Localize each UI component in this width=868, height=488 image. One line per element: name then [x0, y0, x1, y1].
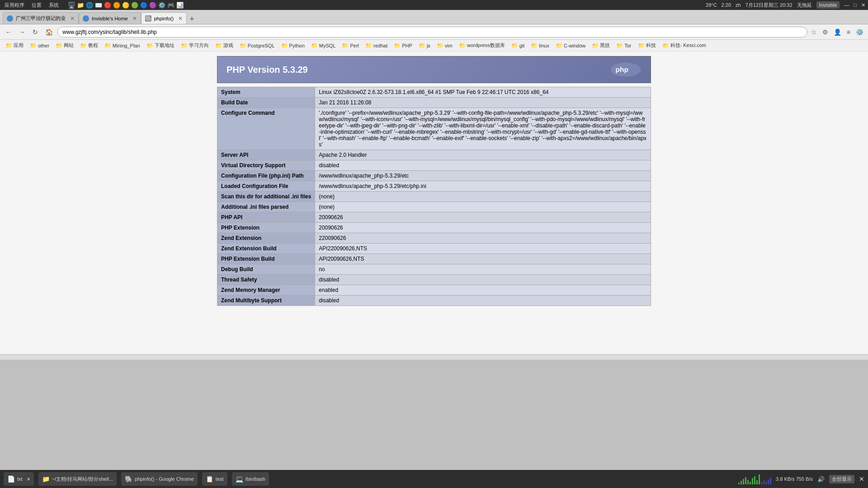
other-folder-icon: 📁	[30, 42, 37, 49]
app-icon-13[interactable]: 📊	[176, 2, 184, 9]
postgresql-folder-icon: 📁	[240, 42, 246, 49]
net-bar2-5	[770, 478, 771, 484]
app-icon-5[interactable]: 🔴	[104, 2, 111, 9]
bookmark-wordpress[interactable]: 📁 wordpress数据库	[456, 41, 508, 50]
taskbar-txt-close[interactable]: ✕	[27, 477, 30, 482]
table-value: 220090626	[315, 233, 651, 244]
bookmark-kesci[interactable]: 📁 科技- Kesci.com	[660, 41, 709, 50]
back-button[interactable]: ←	[3, 28, 14, 37]
taskbar-item-shell[interactable]: 📁 ~/文档/挂马网站/部分shell...	[38, 472, 117, 486]
user-icon[interactable]: 👤	[832, 28, 843, 37]
bookmark-other[interactable]: 📁 other	[27, 42, 52, 50]
apps-folder-icon: 📁	[5, 42, 12, 49]
table-key: Server API	[217, 150, 315, 160]
app-icon-11[interactable]: ⚙️	[158, 2, 165, 9]
tab-1[interactable]: 广州三甲治疗脱记的业 ✕	[3, 12, 79, 24]
app-icon-1[interactable]: 🖥️	[68, 2, 75, 9]
tab-2-close[interactable]: ✕	[132, 15, 137, 22]
bookmark-mysql[interactable]: 📁 MySQL	[308, 42, 339, 50]
window-maximize[interactable]: □	[854, 2, 857, 8]
bookmark-vim[interactable]: 📁 vim	[434, 42, 455, 50]
window-minimize[interactable]: —	[844, 2, 849, 8]
menu-applications[interactable]: 应用程序	[3, 2, 26, 9]
php-logo: php	[610, 61, 642, 78]
taskbar-item-txt[interactable]: 📄 txt ✕	[4, 472, 34, 486]
bookmark-mining[interactable]: 📁 Mining_Plan	[102, 42, 143, 50]
bookmark-redhat[interactable]: 📁 redhat	[363, 42, 390, 50]
app-icon-9[interactable]: 🔵	[140, 2, 147, 9]
table-row: Additional .ini files parsed(none)	[217, 202, 651, 212]
app-icon-10[interactable]: 🟣	[149, 2, 156, 9]
extensions-icon[interactable]: ⚙	[821, 28, 830, 37]
table-value: (none)	[315, 202, 651, 212]
test-icon: 📋	[206, 475, 213, 483]
menu-icon[interactable]: ≡	[845, 28, 852, 37]
bookmark-tor[interactable]: 📁 Tor	[613, 42, 634, 50]
bookmark-git[interactable]: 📁 git	[509, 42, 528, 50]
app-icon-12[interactable]: 🎮	[167, 2, 175, 9]
table-value: disabled	[315, 160, 651, 171]
app-icon-4[interactable]: ✉️	[95, 2, 102, 9]
tab-3[interactable]: 🐘 phpinfo() ✕	[141, 12, 187, 24]
linux-folder-icon: 📁	[531, 42, 538, 49]
table-key: Virtual Directory Support	[217, 160, 315, 171]
bookmark-study[interactable]: 📁 学习方向	[178, 41, 212, 50]
app-icon-2[interactable]: 📁	[77, 2, 84, 9]
bookmark-download[interactable]: 📁 下载地址	[144, 41, 177, 50]
taskbar-item-chrome[interactable]: 🐘 phpinfo() - Google Chrome	[121, 472, 198, 486]
taskbar-item-bash[interactable]: 💻 /bin/bash	[232, 472, 269, 486]
net-bar2-3	[765, 481, 767, 484]
tab-3-favicon: 🐘	[145, 15, 151, 22]
menu-system[interactable]: 系统	[47, 2, 61, 9]
clock-time: 2:20	[722, 2, 731, 8]
app-icon-6[interactable]: 🟠	[113, 2, 120, 9]
new-tab-button[interactable]: +	[187, 14, 197, 24]
net-bar-9	[756, 480, 758, 484]
volume-icon[interactable]: 🔊	[817, 476, 825, 483]
table-row: Debug Buildno	[217, 264, 651, 275]
table-key: Loaded Configuration File	[217, 181, 315, 192]
address-bar[interactable]: www.gzjftj.com/ysinc/taglib/shell.lib.ph…	[57, 27, 807, 38]
app-icon-7[interactable]: 🟡	[122, 2, 129, 9]
bookmark-tutorial[interactable]: 📁 教程	[77, 41, 101, 50]
bookmark-perl[interactable]: 📁 Perl	[339, 42, 362, 50]
menu-places[interactable]: 位置	[30, 2, 43, 9]
tab-2[interactable]: Invisible's Home ✕	[79, 12, 141, 24]
php-version-title: PHP Version 5.3.29	[226, 65, 308, 75]
bookmark-apps[interactable]: 📁 应用	[3, 41, 26, 50]
net-bar-3	[743, 479, 744, 484]
bookmark-postgresql[interactable]: 📁 PostgreSQL	[237, 42, 278, 50]
reload-button[interactable]: ↻	[30, 28, 41, 37]
app-icon-8[interactable]: 🟢	[131, 2, 138, 9]
window-close[interactable]: ✕	[861, 2, 865, 8]
bookmark-website[interactable]: 📁 网站	[53, 41, 76, 50]
tab-3-label: phpinfo()	[154, 16, 174, 21]
close-taskbar-button[interactable]: ✕	[859, 475, 864, 483]
table-value: API20090626,NTS	[315, 254, 651, 264]
bookmark-js[interactable]: 📁 js	[416, 42, 433, 50]
bookmark-star-icon[interactable]: ☆	[809, 28, 819, 37]
tab-3-close[interactable]: ✕	[178, 15, 183, 22]
tab-1-close[interactable]: ✕	[70, 15, 75, 22]
app-icon-3[interactable]: 🌐	[86, 2, 93, 9]
horizontal-scrollbar[interactable]	[0, 354, 868, 360]
bookmark-cwindow[interactable]: 📁 C-window	[553, 42, 588, 50]
bookmark-game[interactable]: 📁 游戏	[212, 41, 236, 50]
bookmark-hacker[interactable]: 📁 黑技	[589, 41, 613, 50]
bookmark-php[interactable]: 📁 PHP	[391, 42, 415, 50]
table-row: Scan this dir for additional .ini files(…	[217, 192, 651, 202]
table-row: Zend Extension BuildAPI220090626,NTS	[217, 244, 651, 254]
nav-bar: ← → ↻ 🏠 www.gzjftj.com/ysinc/taglib/shel…	[0, 24, 868, 40]
settings-icon[interactable]: ⚙️	[854, 28, 865, 37]
datetime: 7月12日星期三 20:32	[745, 2, 793, 9]
bookmark-linux[interactable]: 📁 linux	[528, 42, 552, 50]
taskbar-item-test[interactable]: 📋 test	[202, 472, 227, 486]
bookmark-python[interactable]: 📁 Python	[278, 42, 307, 50]
invisible-button[interactable]: Invisible	[816, 1, 840, 9]
all-display-button[interactable]: 全部显示	[829, 475, 854, 483]
forward-button[interactable]: →	[16, 28, 28, 37]
table-key: Configuration File (php.ini) Path	[217, 171, 315, 181]
home-button[interactable]: 🏠	[42, 28, 56, 37]
bookmark-tech[interactable]: 📁 科技	[635, 41, 659, 50]
python-folder-icon: 📁	[281, 42, 288, 49]
